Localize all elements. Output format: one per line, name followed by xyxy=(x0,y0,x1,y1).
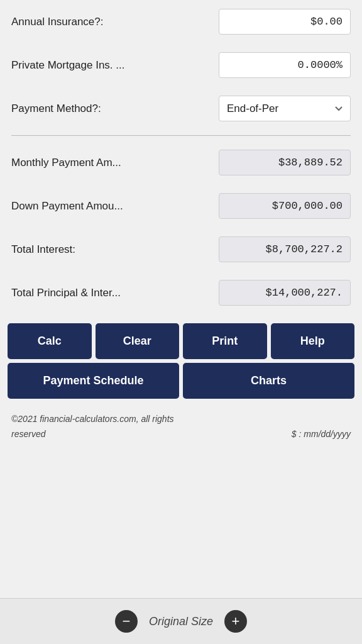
monthly-payment-label: Monthly Payment Am... xyxy=(11,157,219,169)
total-interest-row: Total Interest: xyxy=(0,228,362,271)
decrease-size-button[interactable]: − xyxy=(115,610,138,633)
monthly-payment-value xyxy=(219,150,351,175)
private-mortgage-label: Private Mortgage Ins. ... xyxy=(11,59,219,72)
print-button[interactable]: Print xyxy=(183,323,267,359)
help-button[interactable]: Help xyxy=(271,323,355,359)
down-payment-value xyxy=(219,193,351,219)
calc-button[interactable]: Calc xyxy=(8,323,92,359)
down-payment-label: Down Payment Amou... xyxy=(11,200,219,213)
down-payment-row: Down Payment Amou... xyxy=(0,184,362,228)
charts-button[interactable]: Charts xyxy=(183,363,354,399)
private-mortgage-row: Private Mortgage Ins. ... xyxy=(0,43,362,87)
buttons-row-1: Calc Clear Print Help xyxy=(8,323,354,359)
payment-method-label: Payment Method?: xyxy=(11,103,219,115)
divider xyxy=(11,135,351,136)
annual-insurance-label: Annual Insurance?: xyxy=(11,16,219,28)
minus-icon: − xyxy=(123,614,131,628)
original-size-label: Original Size xyxy=(149,615,213,628)
payment-method-row: Payment Method?: End-of-Per Begin-of-Per xyxy=(0,87,362,130)
private-mortgage-input[interactable] xyxy=(219,52,351,78)
reserved-text: reserved xyxy=(11,429,45,439)
monthly-payment-row: Monthly Payment Am... xyxy=(0,141,362,184)
annual-insurance-row: Annual Insurance?: xyxy=(0,0,362,43)
bottom-bar: − Original Size + xyxy=(0,598,362,644)
format-text: $ : mm/dd/yyyy xyxy=(292,429,351,439)
payment-method-select[interactable]: End-of-Per Begin-of-Per xyxy=(219,96,351,121)
footer-copyright: ©2021 financial-calculators.com, all rig… xyxy=(0,402,362,429)
footer-bottom: reserved $ : mm/dd/yyyy xyxy=(0,429,362,449)
total-interest-value xyxy=(219,236,351,262)
results-section: Monthly Payment Am... Down Payment Amou.… xyxy=(0,141,362,314)
increase-size-button[interactable]: + xyxy=(224,610,247,633)
total-principal-row: Total Principal & Inter... xyxy=(0,271,362,314)
buttons-row-2: Payment Schedule Charts xyxy=(8,363,354,399)
clear-button[interactable]: Clear xyxy=(96,323,180,359)
total-principal-label: Total Principal & Inter... xyxy=(11,287,219,299)
total-principal-value xyxy=(219,280,351,306)
annual-insurance-input[interactable] xyxy=(219,9,351,35)
copyright-text: ©2021 financial-calculators.com, all rig… xyxy=(11,414,174,424)
buttons-section: Calc Clear Print Help Payment Schedule C… xyxy=(0,314,362,399)
plus-icon: + xyxy=(232,614,240,628)
main-content: Annual Insurance?: Private Mortgage Ins.… xyxy=(0,0,362,598)
payment-schedule-button[interactable]: Payment Schedule xyxy=(8,363,179,399)
total-interest-label: Total Interest: xyxy=(11,243,219,256)
